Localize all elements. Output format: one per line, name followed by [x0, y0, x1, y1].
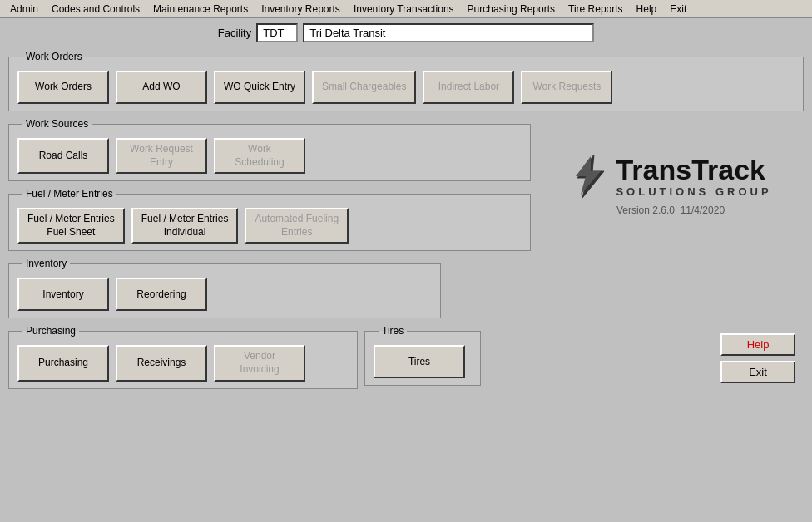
work-requests-button[interactable]: Work Requests: [521, 71, 612, 104]
exit-button[interactable]: Exit: [720, 361, 795, 383]
work-scheduling-button[interactable]: Work Scheduling: [214, 138, 305, 174]
logo-area: TransTrack SOLUTIONS GROUP Version 2.6.0…: [537, 118, 804, 251]
menu-help[interactable]: Help: [630, 2, 664, 17]
automated-fueling-button[interactable]: Automated Fueling Entries: [245, 208, 349, 244]
add-wo-button[interactable]: Add WO: [116, 71, 207, 104]
fuel-meter-fuelsheet-button[interactable]: Fuel / Meter Entries Fuel Sheet: [17, 208, 125, 244]
transtrack-bolt-icon: [569, 153, 611, 199]
menu-tire-reports[interactable]: Tire Reports: [562, 2, 630, 17]
facility-name-input[interactable]: [303, 23, 594, 42]
receivings-button[interactable]: Receivings: [116, 345, 207, 381]
purchasing-legend: Purchasing: [22, 325, 79, 337]
side-buttons-area: Help Exit: [720, 325, 804, 392]
menu-exit[interactable]: Exit: [663, 2, 693, 17]
road-calls-button[interactable]: Road Calls: [17, 138, 109, 174]
small-chargeables-button[interactable]: Small Chargeables: [312, 71, 416, 104]
facility-label: Facility: [218, 27, 251, 39]
indirect-labor-button[interactable]: Indirect Labor: [423, 71, 514, 104]
work-request-entry-button[interactable]: Work Request Entry: [116, 138, 207, 174]
inventory-button[interactable]: Inventory: [17, 278, 109, 311]
menu-admin[interactable]: Admin: [3, 2, 45, 17]
fuel-meter-legend: Fuel / Meter Entries: [22, 188, 116, 199]
menu-codes[interactable]: Codes and Controls: [45, 2, 146, 17]
tires-legend: Tires: [379, 325, 407, 337]
menu-inventory-reports[interactable]: Inventory Reports: [255, 2, 347, 17]
menu-maintenance-reports[interactable]: Maintenance Reports: [146, 2, 255, 17]
work-orders-legend: Work Orders: [22, 51, 86, 62]
help-button[interactable]: Help: [720, 333, 795, 356]
facility-code-input[interactable]: [256, 23, 298, 42]
work-orders-group: Work Orders Work Orders Add WO WO Quick …: [8, 51, 804, 111]
fuel-meter-individual-button[interactable]: Fuel / Meter Entries Individual: [131, 208, 239, 244]
logo-sub: SOLUTIONS GROUP: [616, 185, 771, 198]
work-sources-legend: Work Sources: [22, 118, 92, 130]
fuel-meter-group: Fuel / Meter Entries Fuel / Meter Entrie…: [8, 188, 531, 251]
work-orders-button[interactable]: Work Orders: [17, 71, 109, 104]
tires-group: Tires Tires: [364, 325, 481, 386]
purchasing-button[interactable]: Purchasing: [17, 345, 109, 381]
vendor-invoicing-button[interactable]: Vendor Invoicing: [214, 345, 305, 381]
inventory-group: Inventory Inventory Reordering: [8, 258, 441, 318]
facility-bar: Facility: [0, 18, 812, 47]
menubar: Admin Codes and Controls Maintenance Rep…: [0, 0, 812, 18]
logo-track: Track: [691, 154, 765, 185]
logo-trans: Trans: [616, 154, 691, 185]
reordering-button[interactable]: Reordering: [116, 278, 207, 311]
work-sources-group: Work Sources Road Calls Work Request Ent…: [8, 118, 531, 181]
tires-button[interactable]: Tires: [374, 345, 465, 378]
main-content: Work Orders Work Orders Add WO WO Quick …: [0, 47, 812, 395]
menu-purchasing-reports[interactable]: Purchasing Reports: [461, 2, 562, 17]
purchasing-group: Purchasing Purchasing Receivings Vendor …: [8, 325, 358, 388]
logo-version: Version 2.6.0 11/4/2020: [616, 204, 725, 216]
wo-quick-entry-button[interactable]: WO Quick Entry: [214, 71, 305, 104]
menu-inventory-transactions[interactable]: Inventory Transactions: [347, 2, 461, 17]
inventory-legend: Inventory: [22, 258, 70, 269]
